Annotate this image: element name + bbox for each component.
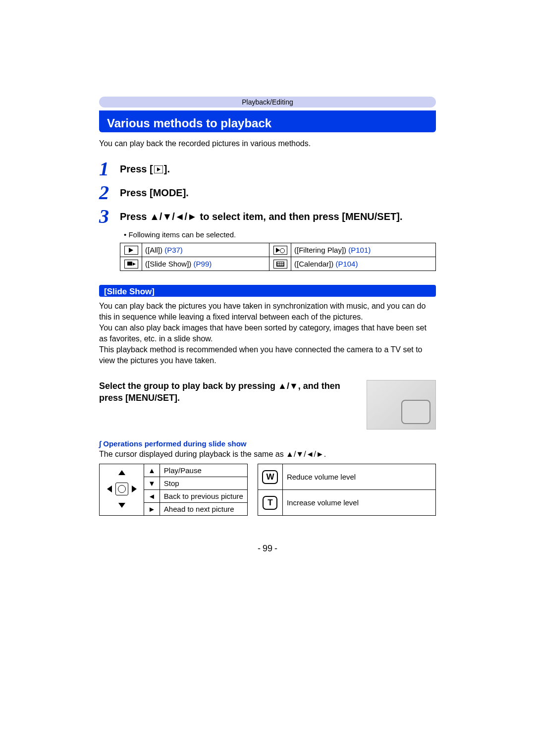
ops-heading: ∫ Operations performed during slide show [99,439,436,448]
options-table: ([All]) (P37) ([Filtering Play]) (P101) … [120,243,436,271]
option-icon-filter [269,243,291,257]
page-ref-link[interactable]: (P99) [194,260,212,268]
option-label: ([Slide Show]) [145,260,191,268]
camera-thumbnail [367,380,436,430]
ops-tables: ▲ Play/Pause ▼ Stop ◄ Back to previous p… [99,464,436,516]
option-label: ([All]) [145,246,162,254]
dir-down: ▼ [144,477,160,490]
t-button-icon: T [263,496,277,510]
page-number: -99- [0,543,535,554]
ops-table-right: W Reduce volume level T Increase volume … [258,464,436,516]
w-button-icon: W [262,470,278,484]
step-text: Press [MODE]. [120,186,436,200]
op-label: Reduce volume level [282,464,435,490]
dir-up: ▲ [144,464,160,477]
step-1: 1 Press [ ]. [99,159,436,179]
page-content: Playback/Editing Various methods to play… [99,0,436,516]
op-label: Back to previous picture [160,490,247,503]
ops-note: The cursor displayed during playback is … [99,450,436,459]
ops-table-left: ▲ Play/Pause ▼ Stop ◄ Back to previous p… [99,464,248,516]
dpad-cell [100,464,144,516]
op-label: Ahead to next picture [160,503,247,516]
step-note: Following items can be selected. [124,230,436,239]
section-body: You can play back the pictures you have … [99,301,436,366]
intro-text: You can play back the recorded pictures … [99,139,436,148]
calendar-icon [273,260,287,269]
substep-text: Select the group to play back by pressin… [99,380,362,404]
page-title: Various methods to playback [99,110,436,132]
play-icon [154,163,163,177]
option-label: ([Calendar]) [294,260,333,268]
page-ref-link[interactable]: (P104) [335,260,358,268]
step-number: 2 [99,183,117,203]
step-text: Press ▲/▼/◄/► to select item, and then p… [120,210,436,223]
page-ref-link[interactable]: (P37) [164,246,183,254]
play-icon [124,246,138,255]
step-text: Press [ ]. [120,162,436,177]
dpad-icon [107,469,137,509]
op-label: Increase volume level [282,490,435,516]
svg-marker-1 [157,167,160,171]
dir-left: ◄ [144,490,160,503]
dir-right: ► [144,503,160,516]
step-number: 3 [99,207,117,226]
step-3: 3 Press ▲/▼/◄/► to select item, and then… [99,207,436,271]
filter-icon [273,246,287,255]
op-label: Stop [160,477,247,490]
steps-list: 1 Press [ ]. 2 Press [MODE]. 3 Press ▲/▼… [99,159,436,271]
step-number: 1 [99,159,117,179]
breadcrumb: Playback/Editing [99,97,436,108]
slideshow-icon [124,260,138,269]
op-label: Play/Pause [160,464,247,477]
option-icon-all [120,243,142,257]
step-2: 2 Press [MODE]. [99,183,436,203]
option-label: ([Filtering Play]) [294,246,346,254]
option-icon-calendar [269,257,291,271]
option-icon-slide [120,257,142,271]
substep-row: Select the group to play back by pressin… [99,380,436,430]
section-heading: [Slide Show] [99,285,436,297]
page-ref-link[interactable]: (P101) [348,246,371,254]
